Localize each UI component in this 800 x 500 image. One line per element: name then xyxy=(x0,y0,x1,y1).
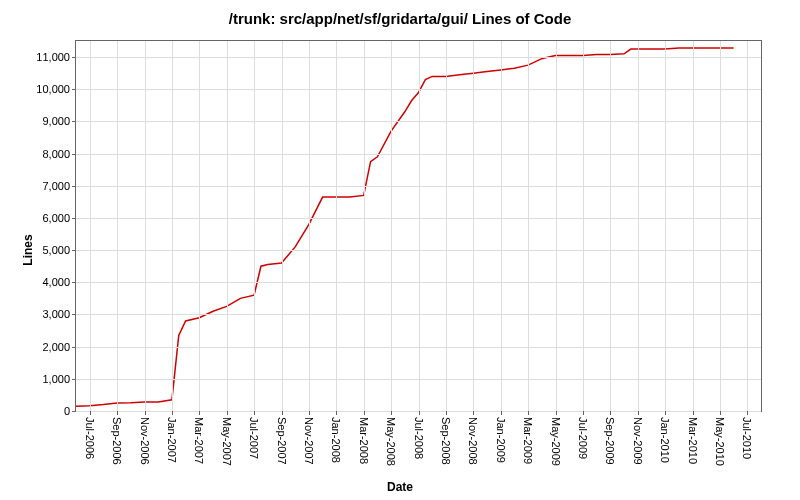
x-axis-label: Date xyxy=(387,480,413,494)
tick-mark xyxy=(610,411,611,415)
x-tick-label: Nov-2006 xyxy=(139,417,151,465)
gridline-v xyxy=(501,41,502,411)
tick-mark xyxy=(172,411,173,415)
y-tick-label: 5,000 xyxy=(42,244,76,256)
x-tick-label: May-2007 xyxy=(221,417,233,466)
x-tick-label: Sep-2006 xyxy=(111,417,123,465)
plot-area: 01,0002,0003,0004,0005,0006,0007,0008,00… xyxy=(75,40,762,412)
gridline-v xyxy=(583,41,584,411)
gridline-v xyxy=(227,41,228,411)
gridline-v xyxy=(90,41,91,411)
y-tick-label: 10,000 xyxy=(36,83,76,95)
x-tick-label: Jul-2006 xyxy=(84,417,96,459)
tick-mark xyxy=(309,411,310,415)
x-tick-label: Nov-2009 xyxy=(632,417,644,465)
x-tick-label: Sep-2008 xyxy=(440,417,452,465)
tick-mark xyxy=(583,411,584,415)
tick-mark xyxy=(90,411,91,415)
tick-mark xyxy=(501,411,502,415)
gridline-v xyxy=(172,41,173,411)
y-axis-label: Lines xyxy=(21,234,35,265)
tick-mark xyxy=(227,411,228,415)
y-tick-label: 11,000 xyxy=(36,51,76,63)
tick-mark xyxy=(117,411,118,415)
tick-mark xyxy=(199,411,200,415)
y-tick-label: 4,000 xyxy=(42,276,76,288)
x-tick-label: Jan-2010 xyxy=(659,417,671,463)
chart-title: /trunk: src/app/net/sf/gridarta/gui/ Lin… xyxy=(0,0,800,27)
gridline-v xyxy=(199,41,200,411)
x-tick-label: Mar-2007 xyxy=(193,417,205,464)
gridline-v xyxy=(446,41,447,411)
tick-mark xyxy=(528,411,529,415)
x-tick-label: Jan-2008 xyxy=(330,417,342,463)
gridline-v xyxy=(665,41,666,411)
gridline-v xyxy=(309,41,310,411)
x-tick-label: Jul-2008 xyxy=(413,417,425,459)
tick-mark xyxy=(419,411,420,415)
gridline-v xyxy=(528,41,529,411)
gridline-v xyxy=(364,41,365,411)
loc-series-line xyxy=(76,48,734,406)
tick-mark xyxy=(720,411,721,415)
tick-mark xyxy=(145,411,146,415)
gridline-v xyxy=(720,41,721,411)
x-tick-label: Jul-2010 xyxy=(741,417,753,459)
gridline-v xyxy=(693,41,694,411)
y-tick-label: 2,000 xyxy=(42,341,76,353)
x-tick-label: Sep-2009 xyxy=(604,417,616,465)
y-tick-label: 6,000 xyxy=(42,212,76,224)
x-tick-label: Nov-2007 xyxy=(303,417,315,465)
y-tick-label: 3,000 xyxy=(42,308,76,320)
gridline-v xyxy=(282,41,283,411)
gridline-v xyxy=(610,41,611,411)
tick-mark xyxy=(282,411,283,415)
tick-mark xyxy=(391,411,392,415)
y-tick-label: 9,000 xyxy=(42,115,76,127)
x-tick-label: May-2008 xyxy=(385,417,397,466)
x-tick-label: May-2009 xyxy=(550,417,562,466)
gridline-v xyxy=(638,41,639,411)
tick-mark xyxy=(336,411,337,415)
gridline-v xyxy=(747,41,748,411)
gridline-v xyxy=(419,41,420,411)
tick-mark xyxy=(473,411,474,415)
x-tick-label: Sep-2007 xyxy=(276,417,288,465)
tick-mark xyxy=(638,411,639,415)
x-tick-label: Jan-2007 xyxy=(166,417,178,463)
gridline-v xyxy=(473,41,474,411)
x-tick-label: Mar-2008 xyxy=(358,417,370,464)
x-tick-label: Mar-2009 xyxy=(522,417,534,464)
x-tick-label: Nov-2008 xyxy=(467,417,479,465)
tick-mark xyxy=(665,411,666,415)
x-tick-label: May-2010 xyxy=(714,417,726,466)
y-tick-label: 7,000 xyxy=(42,180,76,192)
chart-container: /trunk: src/app/net/sf/gridarta/gui/ Lin… xyxy=(0,0,800,500)
tick-mark xyxy=(747,411,748,415)
y-tick-label: 0 xyxy=(64,405,76,417)
gridline-v xyxy=(556,41,557,411)
gridline-v xyxy=(117,41,118,411)
tick-mark xyxy=(364,411,365,415)
tick-mark xyxy=(556,411,557,415)
x-tick-label: Jul-2007 xyxy=(248,417,260,459)
x-tick-label: Jul-2009 xyxy=(577,417,589,459)
tick-mark xyxy=(254,411,255,415)
y-tick-label: 8,000 xyxy=(42,148,76,160)
gridline-v xyxy=(336,41,337,411)
gridline-v xyxy=(254,41,255,411)
x-tick-label: Mar-2010 xyxy=(687,417,699,464)
tick-mark xyxy=(446,411,447,415)
x-tick-label: Jan-2009 xyxy=(495,417,507,463)
gridline-v xyxy=(391,41,392,411)
gridline-v xyxy=(145,41,146,411)
y-tick-label: 1,000 xyxy=(42,373,76,385)
tick-mark xyxy=(693,411,694,415)
